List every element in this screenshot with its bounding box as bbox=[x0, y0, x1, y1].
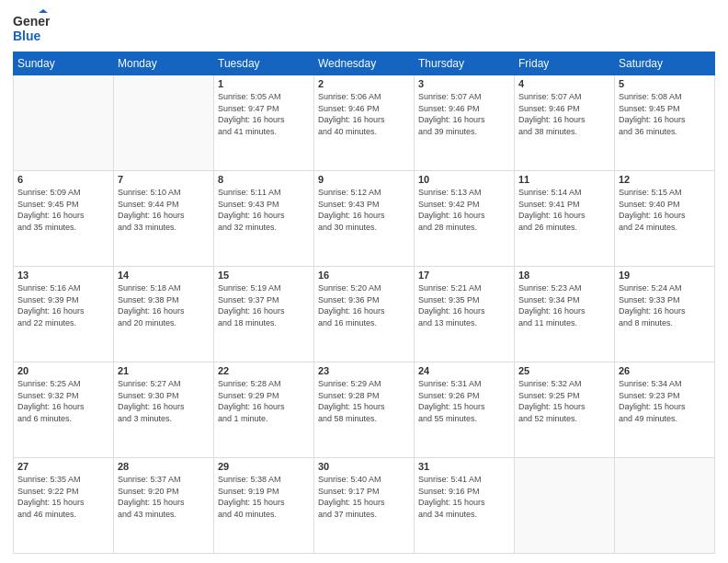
day-info: Sunrise: 5:23 AM Sunset: 9:34 PM Dayligh… bbox=[518, 282, 610, 328]
day-info: Sunrise: 5:29 AM Sunset: 9:28 PM Dayligh… bbox=[318, 378, 410, 424]
day-info: Sunrise: 5:35 AM Sunset: 9:22 PM Dayligh… bbox=[17, 474, 109, 520]
day-cell: 7Sunrise: 5:10 AM Sunset: 9:44 PM Daylig… bbox=[114, 171, 214, 267]
day-info: Sunrise: 5:38 AM Sunset: 9:19 PM Dayligh… bbox=[218, 474, 310, 520]
header: GeneralBlue bbox=[13, 9, 715, 46]
day-number: 23 bbox=[318, 365, 410, 376]
day-cell: 16Sunrise: 5:20 AM Sunset: 9:36 PM Dayli… bbox=[314, 267, 415, 362]
day-cell: 8Sunrise: 5:11 AM Sunset: 9:43 PM Daylig… bbox=[214, 171, 314, 267]
day-number: 5 bbox=[619, 78, 711, 89]
day-info: Sunrise: 5:06 AM Sunset: 9:46 PM Dayligh… bbox=[318, 91, 410, 137]
day-number: 11 bbox=[518, 174, 610, 185]
page: GeneralBlue SundayMondayTuesdayWednesday… bbox=[0, 0, 728, 563]
day-number: 4 bbox=[518, 78, 610, 89]
day-cell: 14Sunrise: 5:18 AM Sunset: 9:38 PM Dayli… bbox=[114, 267, 214, 362]
day-cell: 28Sunrise: 5:37 AM Sunset: 9:20 PM Dayli… bbox=[114, 458, 214, 554]
day-info: Sunrise: 5:13 AM Sunset: 9:42 PM Dayligh… bbox=[418, 187, 510, 233]
week-row-1: 1Sunrise: 5:05 AM Sunset: 9:47 PM Daylig… bbox=[14, 75, 715, 171]
svg-marker-0 bbox=[39, 9, 48, 13]
week-row-5: 27Sunrise: 5:35 AM Sunset: 9:22 PM Dayli… bbox=[14, 458, 715, 554]
day-cell bbox=[515, 458, 615, 554]
weekday-saturday: Saturday bbox=[615, 52, 715, 75]
day-number: 26 bbox=[619, 365, 711, 376]
logo-icon: GeneralBlue bbox=[13, 9, 50, 46]
day-cell: 30Sunrise: 5:40 AM Sunset: 9:17 PM Dayli… bbox=[314, 458, 415, 554]
day-cell: 27Sunrise: 5:35 AM Sunset: 9:22 PM Dayli… bbox=[14, 458, 114, 554]
day-info: Sunrise: 5:16 AM Sunset: 9:39 PM Dayligh… bbox=[17, 282, 109, 328]
day-info: Sunrise: 5:31 AM Sunset: 9:26 PM Dayligh… bbox=[418, 378, 510, 424]
day-cell: 5Sunrise: 5:08 AM Sunset: 9:45 PM Daylig… bbox=[615, 75, 715, 171]
day-info: Sunrise: 5:34 AM Sunset: 9:23 PM Dayligh… bbox=[619, 378, 711, 424]
day-info: Sunrise: 5:25 AM Sunset: 9:32 PM Dayligh… bbox=[17, 378, 109, 424]
day-number: 1 bbox=[218, 78, 310, 89]
weekday-wednesday: Wednesday bbox=[314, 52, 415, 75]
day-cell: 9Sunrise: 5:12 AM Sunset: 9:43 PM Daylig… bbox=[314, 171, 415, 267]
day-info: Sunrise: 5:07 AM Sunset: 9:46 PM Dayligh… bbox=[518, 91, 610, 137]
day-cell: 24Sunrise: 5:31 AM Sunset: 9:26 PM Dayli… bbox=[415, 362, 515, 458]
day-number: 19 bbox=[619, 270, 711, 281]
day-number: 21 bbox=[118, 365, 210, 376]
day-cell: 31Sunrise: 5:41 AM Sunset: 9:16 PM Dayli… bbox=[415, 458, 515, 554]
day-number: 13 bbox=[17, 270, 109, 281]
day-cell: 20Sunrise: 5:25 AM Sunset: 9:32 PM Dayli… bbox=[14, 362, 114, 458]
day-number: 9 bbox=[318, 174, 410, 185]
day-info: Sunrise: 5:15 AM Sunset: 9:40 PM Dayligh… bbox=[619, 187, 711, 233]
day-cell: 1Sunrise: 5:05 AM Sunset: 9:47 PM Daylig… bbox=[214, 75, 314, 171]
day-info: Sunrise: 5:32 AM Sunset: 9:25 PM Dayligh… bbox=[518, 378, 610, 424]
day-info: Sunrise: 5:21 AM Sunset: 9:35 PM Dayligh… bbox=[418, 282, 510, 328]
day-cell: 4Sunrise: 5:07 AM Sunset: 9:46 PM Daylig… bbox=[515, 75, 615, 171]
week-row-2: 6Sunrise: 5:09 AM Sunset: 9:45 PM Daylig… bbox=[14, 171, 715, 267]
day-info: Sunrise: 5:28 AM Sunset: 9:29 PM Dayligh… bbox=[218, 378, 310, 424]
day-info: Sunrise: 5:41 AM Sunset: 9:16 PM Dayligh… bbox=[418, 474, 510, 520]
weekday-header-row: SundayMondayTuesdayWednesdayThursdayFrid… bbox=[14, 52, 715, 75]
day-number: 10 bbox=[418, 174, 510, 185]
day-info: Sunrise: 5:12 AM Sunset: 9:43 PM Dayligh… bbox=[318, 187, 410, 233]
day-number: 28 bbox=[118, 461, 210, 472]
week-row-3: 13Sunrise: 5:16 AM Sunset: 9:39 PM Dayli… bbox=[14, 267, 715, 362]
day-cell: 23Sunrise: 5:29 AM Sunset: 9:28 PM Dayli… bbox=[314, 362, 415, 458]
day-number: 18 bbox=[518, 270, 610, 281]
calendar-table: SundayMondayTuesdayWednesdayThursdayFrid… bbox=[13, 52, 715, 554]
day-cell: 13Sunrise: 5:16 AM Sunset: 9:39 PM Dayli… bbox=[14, 267, 114, 362]
day-number: 25 bbox=[518, 365, 610, 376]
day-number: 7 bbox=[118, 174, 210, 185]
day-cell: 3Sunrise: 5:07 AM Sunset: 9:46 PM Daylig… bbox=[415, 75, 515, 171]
day-cell bbox=[114, 75, 214, 171]
day-number: 16 bbox=[318, 270, 410, 281]
svg-text:General: General bbox=[13, 14, 50, 29]
week-row-4: 20Sunrise: 5:25 AM Sunset: 9:32 PM Dayli… bbox=[14, 362, 715, 458]
day-number: 2 bbox=[318, 78, 410, 89]
weekday-tuesday: Tuesday bbox=[214, 52, 314, 75]
day-cell: 18Sunrise: 5:23 AM Sunset: 9:34 PM Dayli… bbox=[515, 267, 615, 362]
day-number: 17 bbox=[418, 270, 510, 281]
day-number: 30 bbox=[318, 461, 410, 472]
day-number: 8 bbox=[218, 174, 310, 185]
svg-text:Blue: Blue bbox=[13, 29, 41, 43]
day-info: Sunrise: 5:27 AM Sunset: 9:30 PM Dayligh… bbox=[118, 378, 210, 424]
day-info: Sunrise: 5:40 AM Sunset: 9:17 PM Dayligh… bbox=[318, 474, 410, 520]
day-number: 6 bbox=[17, 174, 109, 185]
day-info: Sunrise: 5:18 AM Sunset: 9:38 PM Dayligh… bbox=[118, 282, 210, 328]
weekday-sunday: Sunday bbox=[14, 52, 114, 75]
day-info: Sunrise: 5:09 AM Sunset: 9:45 PM Dayligh… bbox=[17, 187, 109, 233]
day-number: 15 bbox=[218, 270, 310, 281]
day-number: 22 bbox=[218, 365, 310, 376]
logo: GeneralBlue bbox=[13, 9, 50, 46]
weekday-monday: Monday bbox=[114, 52, 214, 75]
day-info: Sunrise: 5:24 AM Sunset: 9:33 PM Dayligh… bbox=[619, 282, 711, 328]
day-cell: 26Sunrise: 5:34 AM Sunset: 9:23 PM Dayli… bbox=[615, 362, 715, 458]
day-info: Sunrise: 5:08 AM Sunset: 9:45 PM Dayligh… bbox=[619, 91, 711, 137]
day-info: Sunrise: 5:07 AM Sunset: 9:46 PM Dayligh… bbox=[418, 91, 510, 137]
day-cell: 15Sunrise: 5:19 AM Sunset: 9:37 PM Dayli… bbox=[214, 267, 314, 362]
day-cell: 21Sunrise: 5:27 AM Sunset: 9:30 PM Dayli… bbox=[114, 362, 214, 458]
day-info: Sunrise: 5:11 AM Sunset: 9:43 PM Dayligh… bbox=[218, 187, 310, 233]
day-cell: 11Sunrise: 5:14 AM Sunset: 9:41 PM Dayli… bbox=[515, 171, 615, 267]
day-cell: 10Sunrise: 5:13 AM Sunset: 9:42 PM Dayli… bbox=[415, 171, 515, 267]
day-number: 20 bbox=[17, 365, 109, 376]
day-info: Sunrise: 5:10 AM Sunset: 9:44 PM Dayligh… bbox=[118, 187, 210, 233]
day-number: 27 bbox=[17, 461, 109, 472]
day-info: Sunrise: 5:20 AM Sunset: 9:36 PM Dayligh… bbox=[318, 282, 410, 328]
day-cell: 17Sunrise: 5:21 AM Sunset: 9:35 PM Dayli… bbox=[415, 267, 515, 362]
day-cell bbox=[14, 75, 114, 171]
day-cell: 19Sunrise: 5:24 AM Sunset: 9:33 PM Dayli… bbox=[615, 267, 715, 362]
day-info: Sunrise: 5:05 AM Sunset: 9:47 PM Dayligh… bbox=[218, 91, 310, 137]
